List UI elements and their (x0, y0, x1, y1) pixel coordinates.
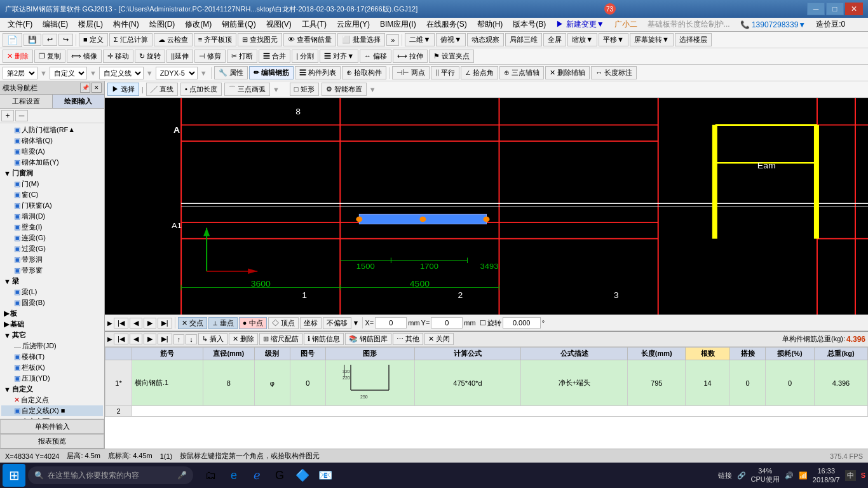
tb-delete[interactable]: ✕ 删除 (3, 50, 33, 63)
td-figno[interactable]: 0 (290, 360, 325, 406)
tb-offset[interactable]: ↔ 偏移 (360, 50, 391, 63)
tray-link[interactable]: 链接 (718, 471, 732, 480)
tree-item-parapet[interactable]: ▣ 栏板(K) (1, 362, 103, 373)
dg-last[interactable]: ▶| (158, 334, 172, 344)
drawing-canvas[interactable]: 3600 4500 1500 1700 3493 A A1 1 2 3 8 (105, 98, 868, 315)
tb-twopoint[interactable]: ⊣⊢ 两点 (392, 66, 430, 79)
zdyx-select[interactable]: ZDYX-5 (156, 67, 198, 79)
tb-viewrebar[interactable]: 👁 查看钢筋量 (283, 33, 336, 46)
tb-screenrot[interactable]: 屏幕旋转▼ (630, 33, 674, 46)
menu-modify[interactable]: 修改(M) (180, 18, 217, 31)
tree-group-slab[interactable]: ▶ 板 (1, 308, 103, 319)
taskbar-icon-msedge[interactable]: e (224, 465, 244, 485)
td-desc[interactable]: 净长+端头 (521, 360, 628, 406)
tree-group-foundation[interactable]: ▶ 基础 (1, 319, 103, 330)
td-loss[interactable]: 0 (766, 360, 815, 406)
tree-item-stripwin[interactable]: ▣ 带形窗 (1, 265, 103, 276)
tb-cloudcheck[interactable]: ☁ 云检查 (154, 33, 193, 46)
tree-item-door[interactable]: ▣ 门(M) (1, 179, 103, 189)
dg-close[interactable]: ✕ 关闭 (424, 333, 454, 345)
td-count[interactable]: 14 (686, 360, 730, 406)
td-length[interactable]: 795 (628, 360, 686, 406)
snap-vertex[interactable]: ◇ 顶点 (268, 317, 299, 329)
btn-report[interactable]: 报表预览 (0, 434, 104, 449)
tree-item-wallhole[interactable]: ▣ 墙洞(D) (1, 211, 103, 222)
draw-pointlen[interactable]: • 点加长度 (180, 83, 222, 96)
menu-tips[interactable]: 基础板带的长度绘制护... (642, 18, 735, 31)
task-search[interactable]: 🔍 在这里输入你要搜索的内容 🎤 (28, 466, 193, 484)
tray-volume[interactable]: 🔊 (785, 471, 794, 480)
nav-first[interactable]: |◀ (114, 318, 128, 329)
menu-version[interactable]: 版本号(B) (508, 18, 551, 31)
quick-add[interactable]: + (1, 110, 14, 121)
tree-item-niche[interactable]: ▣ 壁龛(I) (1, 222, 103, 233)
tb-break[interactable]: ✂ 打断 (227, 50, 257, 63)
floor-select[interactable]: 第2层 (3, 67, 37, 79)
tree-item-brickwall[interactable]: ▣ 砌体墙(Q) (1, 135, 103, 146)
dg-collapse[interactable]: ▶ (107, 336, 112, 342)
snap-intersect[interactable]: ✕ 交点 (178, 317, 207, 329)
draw-smart[interactable]: ⚙ 智能布置 (322, 83, 367, 96)
btn-single-input[interactable]: 单构件输入 (0, 419, 104, 434)
dg-prev[interactable]: ◀ (130, 334, 142, 344)
table-row[interactable]: 1* 横向钢筋.1 8 φ 0 (105, 360, 868, 406)
tree-item-beam[interactable]: ▣ 梁(L) (1, 287, 103, 297)
tb-topview[interactable]: 俯视▼ (436, 33, 466, 46)
datagrid-table-container[interactable]: 筋号 直径(mm) 级别 图号 图形 计算公式 公式描述 长度(mm) 根数 搭… (105, 347, 868, 449)
tb-zoom[interactable]: 缩放▼ (567, 33, 597, 46)
tb-save[interactable]: 💾 (24, 34, 41, 46)
tb-extend[interactable]: ||延伸 (166, 50, 193, 63)
tb-batchsel[interactable]: ⬜ 批量选择 (337, 33, 385, 46)
tree-item-connbeam[interactable]: ▣ 连梁(G) (1, 233, 103, 243)
td-diam[interactable]: 8 (203, 360, 254, 406)
menu-tools[interactable]: 工具(T) (297, 18, 332, 31)
table-row[interactable]: 2 (105, 406, 868, 417)
tb-local3d[interactable]: 局部三维 (505, 33, 542, 46)
tb-elemlist[interactable]: ☰ 构件列表 (295, 66, 341, 79)
tb-editrebar[interactable]: ✏ 编辑钢筋 (249, 66, 294, 79)
linetype-select[interactable]: 自定义线 (99, 67, 144, 79)
menu-help[interactable]: 帮助(H) (472, 18, 508, 31)
tb-property[interactable]: 🔧 属性 (214, 66, 248, 79)
taskbar-icon-explorer[interactable]: 🗂 (201, 465, 221, 485)
tree-item-stair[interactable]: ▣ 楼梯(T) (1, 351, 103, 362)
tb-pickelem[interactable]: ⊕ 拾取构件 (342, 66, 386, 79)
tb-stretch[interactable]: ⟷ 拉伸 (393, 50, 428, 63)
tb-dynobs[interactable]: 动态观察 (467, 33, 504, 46)
tree-item-coping[interactable]: ▣ 压顶(YD) (1, 373, 103, 384)
dg-down[interactable]: ↓ (186, 334, 197, 344)
tb-new[interactable]: 📄 (3, 33, 22, 47)
win-minimize[interactable]: ─ (807, 3, 825, 15)
snap-collapse[interactable]: ▶ (107, 320, 112, 327)
menu-floor[interactable]: 楼层(L) (73, 18, 108, 31)
tb-selectfloor[interactable]: 选择楼层 (675, 33, 712, 46)
tb-dimmark[interactable]: ↔ 长度标注 (591, 66, 637, 79)
dg-up[interactable]: ↑ (173, 334, 185, 344)
dg-other[interactable]: ⋯ 其他 (393, 333, 423, 345)
tree-item-postcast[interactable]: — 后浇带(JD) (1, 341, 103, 351)
snap-perp[interactable]: ⊥ 垂点 (208, 317, 238, 329)
tray-ime[interactable]: S (861, 471, 865, 479)
tb-redo[interactable]: ↪ (58, 34, 73, 46)
tb-pan[interactable]: 平移▼ (599, 33, 628, 46)
dg-delete[interactable]: ✕ 删除 (229, 333, 258, 345)
nav-next2[interactable]: ▶ (144, 318, 156, 329)
taskbar-icon-app2[interactable]: 📧 (315, 465, 336, 485)
section-settings[interactable]: 工程设置 (0, 95, 53, 108)
tb-findelem[interactable]: ⊞ 查找图元 (238, 33, 282, 46)
tray-lang[interactable]: 中 (845, 470, 856, 481)
menu-view[interactable]: 视图(V) (261, 18, 297, 31)
td-splice[interactable]: 0 (730, 360, 766, 406)
win-close[interactable]: ✕ (845, 3, 863, 15)
tb-trim[interactable]: ⊣ 修剪 (194, 50, 226, 63)
tb-more[interactable]: » (386, 34, 399, 46)
menu-newchange[interactable]: ▶ 新建变更▼ (551, 18, 609, 31)
tree-item-roundbeam[interactable]: ▣ 圆梁(B) (1, 297, 103, 308)
snap-coord[interactable]: 坐标 (300, 317, 322, 329)
tree-item-doorwin[interactable]: ▣ 门联窗(A) (1, 200, 103, 211)
menu-element[interactable]: 构件(N) (108, 18, 144, 31)
tree-item-custompt[interactable]: ✕ 自定义点 (1, 395, 103, 405)
tb-parallel[interactable]: ∥ 平行 (431, 66, 459, 79)
snap-mid[interactable]: ● 中点 (239, 317, 267, 329)
draw-line[interactable]: ╱ 直线 (146, 83, 178, 96)
